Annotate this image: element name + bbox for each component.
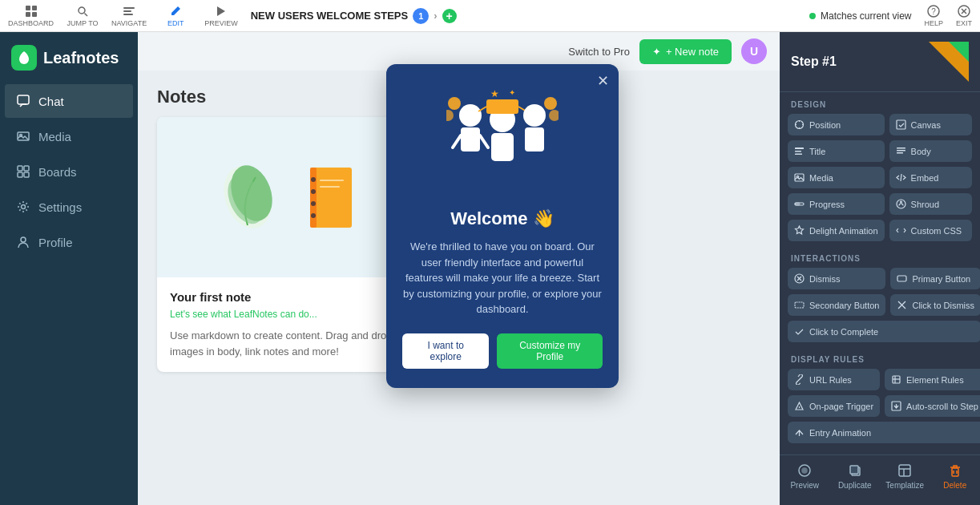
svg-rect-47: [525, 127, 544, 152]
sidebar-item-media[interactable]: Media: [5, 119, 133, 153]
svg-line-38: [480, 135, 488, 147]
status-indicator: Matches current view: [809, 10, 911, 22]
design-canvas-btn[interactable]: Canvas: [889, 114, 972, 135]
toolbar-jump-to[interactable]: JUMP TO: [67, 5, 99, 27]
explore-button[interactable]: I want to explore: [402, 333, 489, 369]
display-entry-animation-btn[interactable]: Entry Animation: [788, 422, 980, 443]
svg-point-46: [523, 104, 546, 127]
svg-rect-20: [18, 172, 22, 177]
sidebar-item-boards[interactable]: Boards: [5, 155, 133, 188]
svg-rect-60: [795, 147, 804, 149]
avatar[interactable]: U: [741, 38, 767, 64]
design-media-btn[interactable]: Media: [788, 167, 885, 188]
interactions-click-dismiss-btn[interactable]: Click to Dismiss: [890, 294, 980, 316]
design-custom-css-btn[interactable]: Custom CSS: [889, 220, 972, 241]
toolbar-dashboard[interactable]: DASHBOARD: [8, 5, 54, 27]
main-layout: Leafnotes Chat Media Boards Settings Pro…: [0, 32, 980, 505]
display-on-page-btn[interactable]: On-page Trigger: [788, 395, 880, 417]
breadcrumb: NEW USERS WELCOME STEPS 1 › +: [251, 8, 797, 24]
logo[interactable]: Leafnotes: [0, 32, 138, 83]
svg-rect-66: [795, 174, 804, 181]
svg-rect-92: [850, 466, 858, 474]
svg-rect-18: [18, 166, 22, 171]
svg-line-80: [798, 378, 801, 381]
toolbar-edit[interactable]: EDIT: [159, 5, 192, 27]
new-note-button[interactable]: ✦ + New note: [639, 39, 732, 64]
display-url-rules-btn[interactable]: URL Rules: [788, 369, 880, 390]
content-area: Switch to Pro ✦ + New note U Notes: [138, 32, 780, 505]
modal-title: Welcome 👋: [402, 208, 603, 229]
panel-step-title: Step #1: [791, 55, 837, 69]
svg-rect-63: [897, 147, 905, 149]
svg-point-23: [21, 237, 26, 242]
svg-rect-76: [897, 276, 906, 281]
footer-delete-btn[interactable]: Delete: [930, 455, 981, 498]
svg-rect-93: [899, 465, 910, 476]
svg-point-35: [459, 104, 482, 127]
svg-rect-42: [491, 133, 514, 161]
switch-pro-button[interactable]: Switch to Pro: [568, 46, 630, 58]
design-shroud-btn[interactable]: Shroud: [889, 193, 972, 215]
notebook-illustration: [304, 164, 356, 232]
modal-illustration: ★ ✦: [402, 83, 603, 196]
note-card: Your first note Let's see what LeafNotes…: [157, 117, 421, 372]
leaf-illustration: [224, 161, 288, 233]
svg-rect-43: [486, 99, 518, 114]
svg-rect-36: [461, 127, 480, 152]
customize-button[interactable]: Customize my Profile: [497, 333, 603, 369]
interactions-click-complete-btn[interactable]: Click to Complete: [788, 321, 980, 342]
svg-text:★: ★: [490, 88, 499, 99]
people-illustration: ★ ✦: [446, 87, 559, 192]
interactions-secondary-btn[interactable]: Secondary Button: [788, 294, 885, 316]
note-card-text: Use markdown to create content. Drag and…: [170, 328, 409, 359]
toolbar-help[interactable]: ? HELP: [924, 5, 943, 27]
display-rules-grid: URL Rules Element Rules On-page Trigger …: [780, 369, 980, 448]
svg-text:✦: ✦: [509, 88, 515, 97]
svg-point-39: [448, 97, 461, 110]
toolbar-preview[interactable]: PREVIEW: [204, 5, 238, 27]
sidebar-item-settings[interactable]: Settings: [5, 190, 133, 224]
welcome-modal: ✕: [386, 64, 619, 388]
status-dot: [809, 13, 816, 19]
design-grid: Position Canvas Title Body Media Embed: [780, 114, 980, 246]
footer-preview-btn[interactable]: Preview: [780, 455, 830, 498]
design-title-btn[interactable]: Title: [788, 140, 885, 162]
toolbar-navigate[interactable]: NAVIGATE: [111, 5, 147, 27]
svg-rect-77: [795, 302, 804, 308]
svg-rect-2: [26, 12, 30, 17]
svg-rect-33: [320, 180, 344, 181]
svg-line-5: [85, 13, 88, 16]
svg-rect-15: [18, 95, 29, 104]
footer-duplicate-btn[interactable]: Duplicate: [830, 455, 881, 498]
design-position-btn[interactable]: Position: [788, 114, 885, 135]
right-panel: Step #1 DESIGN Position Canvas Title: [780, 32, 980, 505]
footer-templatize-btn[interactable]: Templatize: [880, 455, 930, 498]
sidebar-item-profile[interactable]: Profile: [5, 225, 133, 259]
svg-rect-70: [795, 203, 800, 205]
add-step-button[interactable]: +: [442, 9, 457, 23]
interactions-section-label: INTERACTIONS: [780, 246, 980, 268]
svg-point-72: [900, 201, 901, 203]
modal-close-button[interactable]: ✕: [597, 72, 609, 90]
svg-point-49: [549, 110, 559, 121]
display-auto-scroll-btn[interactable]: Auto-scroll to Step: [885, 395, 980, 417]
svg-marker-9: [217, 6, 225, 16]
sidebar-item-chat[interactable]: Chat: [5, 84, 133, 118]
svg-rect-61: [795, 151, 801, 152]
interactions-primary-btn[interactable]: Primary Button: [890, 268, 980, 289]
svg-point-30: [311, 189, 316, 194]
svg-rect-3: [32, 12, 37, 17]
interactions-grid: Dismiss Primary Button Secondary Button …: [780, 268, 980, 347]
display-element-rules-btn[interactable]: Element Rules: [885, 369, 980, 390]
panel-footer: Preview Duplicate Templatize Delete: [780, 454, 980, 498]
interactions-dismiss-btn[interactable]: Dismiss: [788, 268, 885, 289]
note-card-subtitle: Let's see what LeafNotes can do...: [170, 309, 409, 320]
design-progress-btn[interactable]: Progress: [788, 193, 885, 215]
chevron-icon: ›: [434, 10, 437, 22]
svg-rect-19: [24, 166, 29, 171]
display-rules-section-label: DISPLAY RULES: [780, 347, 980, 369]
design-embed-btn[interactable]: Embed: [889, 167, 972, 188]
design-delight-btn[interactable]: Delight Animation: [788, 220, 885, 241]
design-body-btn[interactable]: Body: [889, 140, 972, 162]
toolbar-exit[interactable]: EXIT: [956, 5, 972, 27]
